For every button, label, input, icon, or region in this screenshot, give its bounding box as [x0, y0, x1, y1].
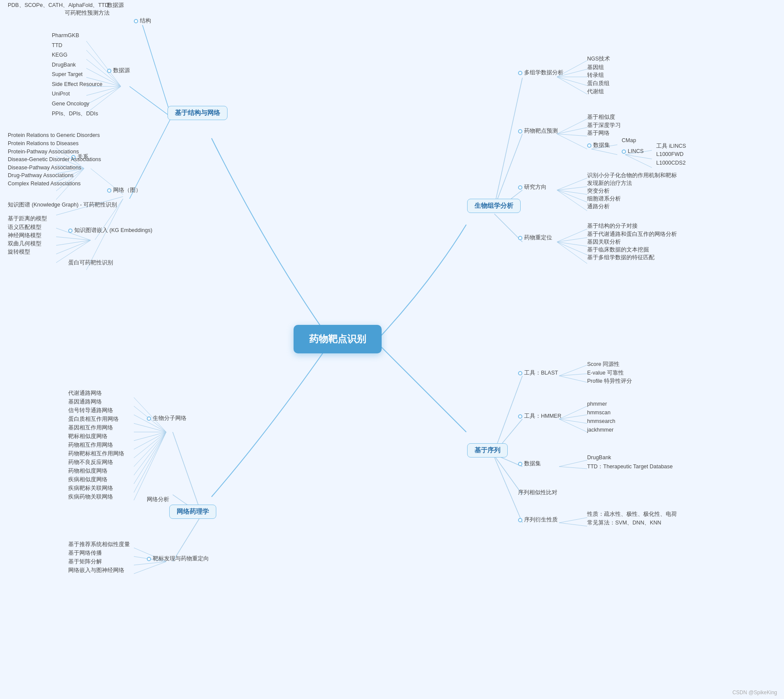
watermark: CSDN @SpikeKing	[732, 689, 777, 696]
node-drug-interact: 药物相互作用网络	[68, 442, 113, 449]
node-metabolic-path: 代谢通路网络	[68, 390, 102, 397]
svg-line-55	[557, 242, 587, 264]
svg-line-18	[56, 168, 84, 191]
node-seq-similarity: 序列相似性比对	[518, 489, 557, 496]
svg-line-52	[557, 238, 587, 242]
svg-line-80	[134, 432, 166, 441]
node-metabolome: 代谢组	[587, 88, 604, 95]
node-seq-drugbank: DrugBank	[587, 454, 611, 461]
node-prtod: Protein Relations to Diseases	[8, 140, 79, 146]
node-drugability-method: 可药靶性预测方法	[65, 10, 110, 17]
node-structure: 结构	[134, 17, 151, 25]
node-score-homology: Score 同源性	[587, 361, 620, 368]
node-evalue: E-value 可靠性	[587, 369, 624, 377]
node-semantic-model: 语义匹配模型	[8, 224, 41, 231]
node-ngs: NGS技术	[587, 55, 610, 63]
node-algorithms: 常见算法：SVM、DNN、KNN	[587, 519, 661, 527]
node-network-analysis-2: 基于代谢通路和蛋白互作的网络分析	[587, 231, 677, 238]
node-pathway-analysis: 通路分析	[587, 203, 610, 210]
center-node: 药物靶点识别	[294, 325, 382, 353]
svg-line-69	[559, 467, 587, 469]
node-drug-target-interact: 药物靶标相互作用网络	[68, 450, 124, 458]
svg-line-91	[134, 562, 166, 574]
svg-line-81	[134, 432, 166, 449]
node-uniprot: UniProt	[52, 91, 70, 97]
svg-line-48	[557, 190, 587, 194]
node-hmmscan: hmmscan	[587, 410, 610, 416]
svg-line-53	[557, 242, 587, 246]
branch-seq-based: 基于序列	[467, 443, 508, 458]
svg-line-9	[86, 86, 121, 95]
node-drug-target-pred: 药物靶点预测	[518, 127, 558, 135]
svg-line-37	[557, 119, 587, 134]
node-research-dir: 研究方向	[518, 184, 547, 191]
svg-line-67	[559, 419, 587, 432]
node-datasource-label: 数据源	[107, 2, 124, 9]
node-disease-drug: 疾病药物关联网络	[68, 493, 113, 501]
node-supertarget: Super Target	[52, 71, 82, 77]
svg-line-0	[142, 25, 171, 114]
node-dl-based: 基于深度学习	[587, 122, 621, 129]
node-jackhmmer: jackhmmer	[587, 427, 613, 433]
svg-line-24	[56, 240, 91, 245]
node-target-sim: 靶标相似度网络	[68, 433, 107, 440]
node-gene-assoc: 基因关联分析	[587, 238, 621, 246]
svg-line-25	[56, 240, 91, 254]
svg-line-23	[56, 237, 91, 240]
node-network-analysis: 网络分析	[147, 496, 169, 503]
svg-line-1	[130, 86, 171, 117]
node-hmmsearch: hmmsearch	[587, 418, 615, 424]
svg-line-39	[557, 134, 587, 136]
center-label: 药物靶点识别	[309, 334, 366, 344]
node-disease-sim: 疾病相似度网络	[68, 476, 107, 483]
svg-line-70	[559, 518, 587, 523]
node-kg-drugable: 知识图谱 (Knowledge Graph) - 可药靶性识别	[8, 201, 117, 209]
node-lincs: LINCS	[622, 148, 644, 154]
node-network-based: 基于网络	[587, 130, 610, 137]
svg-line-40	[557, 134, 587, 149]
node-phmmer: phmmer	[587, 401, 607, 407]
svg-line-62	[559, 374, 587, 376]
node-proteome: 蛋白质组	[587, 80, 610, 87]
svg-line-85	[134, 432, 166, 484]
svg-line-47	[557, 187, 587, 190]
svg-line-35	[557, 77, 587, 86]
svg-line-29	[494, 134, 522, 207]
node-gene-interact: 基因相互作用网络	[68, 424, 113, 432]
node-ppathway: Protein-Pathway Associations	[8, 149, 79, 155]
node-gene-path: 基因通路网络	[68, 398, 102, 406]
node-hmmer: 工具：HMMER	[518, 413, 561, 420]
svg-line-64	[559, 406, 587, 419]
node-hyperbolic-model: 双曲几何模型	[8, 240, 41, 248]
svg-line-45	[625, 155, 652, 168]
node-datasource: 数据源	[107, 67, 130, 74]
svg-line-72	[173, 432, 201, 512]
svg-line-63	[559, 376, 587, 382]
node-ppis: PPIs、DPIs、DDIs	[52, 110, 98, 118]
node-cell-lineage: 细胞谱系分析	[587, 195, 621, 203]
node-drugbank: DrugBank	[52, 62, 76, 68]
svg-line-3	[86, 41, 121, 86]
node-complex: Complex Related Associations	[8, 181, 81, 187]
node-seq-derived: 序列衍生性质	[518, 516, 558, 524]
svg-line-83	[134, 432, 166, 467]
svg-line-68	[559, 460, 587, 467]
svg-line-36	[557, 77, 587, 94]
node-prtogd: Protein Relations to Generic Disorders	[8, 132, 100, 138]
svg-line-42	[591, 149, 617, 155]
svg-line-78	[134, 423, 166, 432]
node-genome: 基因组	[587, 64, 604, 71]
node-mol-docking: 基于结构的分子对接	[587, 222, 638, 230]
node-network-graph: 网络（图）	[107, 187, 141, 194]
node-dataset: 数据集	[587, 142, 610, 149]
node-matrix-factor: 基于矩阵分解	[68, 558, 102, 566]
node-kg-embed: 知识图谱嵌入 (KG Embeddings)	[68, 227, 152, 234]
node-drug-sim: 药物相似度网络	[68, 467, 107, 475]
node-dpathway: Disease-Pathway Associations	[8, 165, 81, 171]
branch-network-pharma: 网络药理学	[169, 505, 216, 519]
node-new-therapy: 发现新的治疗方法	[587, 180, 632, 187]
node-physicochemical: 性质：疏水性、极性、极化性、电荷	[587, 511, 677, 518]
node-kegg: KEGG	[52, 52, 67, 58]
svg-line-61	[559, 365, 587, 376]
node-pharmgkb: PharmGKB	[52, 32, 79, 38]
